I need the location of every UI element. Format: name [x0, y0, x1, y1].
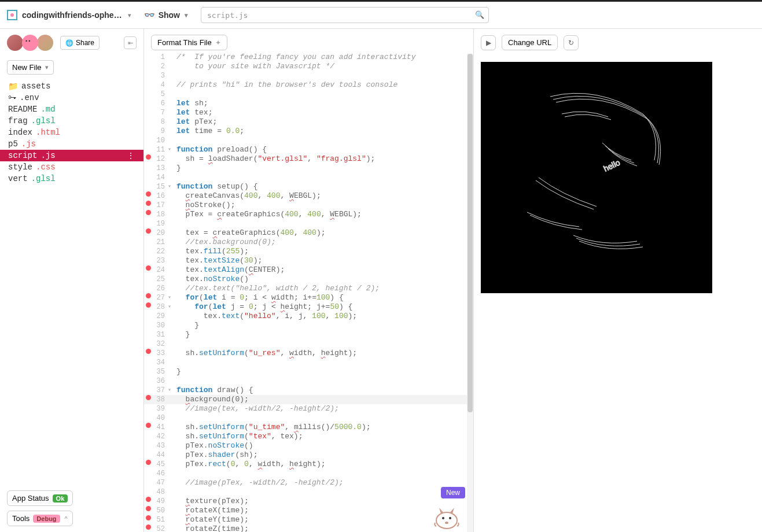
file-row[interactable]: 🗝.env — [0, 92, 143, 104]
share-button[interactable]: Share — [60, 36, 100, 50]
code-line[interactable]: 27▾ for(let i = 0; i < width; i+=100) { — [144, 293, 473, 302]
code-text[interactable]: let sh; — [173, 99, 208, 108]
code-editor[interactable]: 1/* If you're feeling fancy you can add … — [144, 54, 473, 532]
change-url-button[interactable]: Change URL — [502, 35, 558, 50]
file-row[interactable]: p5.js — [0, 138, 143, 150]
code-line[interactable]: 26 //tex.text("hello", width / 2, height… — [144, 284, 473, 293]
code-line[interactable]: 41 sh.setUniform("u_time", millis()/5000… — [144, 423, 473, 432]
code-text[interactable]: function draw() { — [173, 386, 253, 395]
code-line[interactable]: 24 tex.textAlign(CENTER); — [144, 265, 473, 275]
code-text[interactable]: //image(tex, -width/2, -height/2); — [173, 404, 339, 413]
code-line[interactable]: 4// prints "hi" in the browser's dev too… — [144, 80, 473, 90]
code-text[interactable]: let tex; — [173, 108, 212, 117]
code-line[interactable]: 44 pTex.shader(sh); — [144, 450, 473, 460]
code-text[interactable]: for(let j = 0; j < height; j+=50) { — [173, 302, 352, 312]
code-line[interactable]: 10 — [144, 136, 473, 145]
search-input[interactable] — [201, 7, 489, 23]
code-line[interactable]: 18 pTex = createGraphics(400, 400, WEBGL… — [144, 210, 473, 219]
file-row[interactable]: script.js⋮ — [0, 150, 143, 161]
code-line[interactable]: 15▾function setup() { — [144, 182, 473, 191]
fold-icon[interactable]: ▾ — [166, 182, 173, 191]
code-line[interactable]: 14 — [144, 173, 473, 182]
code-text[interactable]: } — [173, 330, 190, 339]
code-line[interactable]: 17 noStroke(); — [144, 201, 473, 210]
code-line[interactable]: 29 tex.text("hello", i, j, 100, 100); — [144, 312, 473, 321]
code-text[interactable]: pTex.rect(0, 0, width, height); — [173, 460, 326, 469]
code-text[interactable]: tex.textSize(30); — [173, 256, 262, 265]
code-line[interactable]: 38 background(0); — [144, 395, 473, 404]
tools-button[interactable]: ToolsDebug^ — [7, 511, 73, 526]
code-text[interactable]: rotateZ(time); — [173, 524, 249, 532]
gutter-marker[interactable] — [144, 524, 152, 530]
file-row[interactable]: style.css — [0, 161, 143, 173]
code-text[interactable]: function setup() { — [173, 182, 257, 191]
gutter-marker[interactable] — [144, 506, 152, 511]
gutter-marker[interactable] — [144, 395, 152, 400]
code-text[interactable]: tex = createGraphics(400, 400); — [173, 228, 326, 238]
code-text[interactable]: tex.text("hello", i, j, 100, 100); — [173, 312, 357, 321]
gutter-marker[interactable] — [144, 349, 152, 354]
code-line[interactable]: 51 rotateY(time); — [144, 515, 473, 524]
gutter-marker[interactable] — [144, 154, 152, 160]
code-line[interactable]: 16 createCanvas(400, 400, WEBGL); — [144, 191, 473, 201]
fold-icon[interactable]: ▾ — [166, 302, 173, 312]
file-menu-icon[interactable]: ⋮ — [127, 151, 135, 161]
code-line[interactable]: 5 — [144, 90, 473, 99]
gutter-marker[interactable] — [144, 423, 152, 428]
scrollbar[interactable] — [467, 54, 473, 532]
code-line[interactable]: 47 //image(pTex, -width/2, -height/2); — [144, 478, 473, 487]
code-line[interactable]: 23 tex.textSize(30); — [144, 256, 473, 265]
gutter-marker[interactable] — [144, 210, 152, 215]
collapse-sidebar-button[interactable]: ⇤ — [124, 36, 137, 49]
gutter-marker[interactable] — [144, 302, 152, 308]
code-text[interactable]: /* If you're feeling fancy you can add i… — [173, 54, 420, 62]
code-text[interactable]: //image(pTex, -width/2, -height/2); — [173, 478, 344, 487]
code-text[interactable]: noStroke(); — [173, 201, 235, 210]
code-line[interactable]: 13} — [144, 164, 473, 173]
code-text[interactable]: } — [173, 367, 181, 376]
code-line[interactable]: 33 sh.setUniform("u_res", width, height)… — [144, 349, 473, 358]
code-text[interactable]: // prints "hi" in the browser's dev tool… — [173, 80, 397, 90]
code-text[interactable]: pTex = createGraphics(400, 400, WEBGL); — [173, 210, 362, 219]
code-line[interactable]: 34 — [144, 358, 473, 367]
gutter-marker[interactable] — [144, 228, 152, 234]
code-line[interactable]: 36 — [144, 376, 473, 386]
code-line[interactable]: 46 — [144, 469, 473, 478]
code-text[interactable]: background(0); — [173, 395, 249, 404]
new-file-button[interactable]: New File▾ — [7, 60, 54, 75]
code-line[interactable]: 25 tex.noStroke() — [144, 275, 473, 284]
code-text[interactable]: pTex.noStroke() — [173, 441, 253, 450]
play-button[interactable]: ▶ — [481, 35, 496, 50]
code-line[interactable]: 48 — [144, 487, 473, 497]
code-line[interactable]: 43 pTex.noStroke() — [144, 441, 473, 450]
code-text[interactable]: sh.setUniform("u_time", millis()/5000.0)… — [173, 423, 371, 432]
code-text[interactable]: texture(pTex); — [173, 497, 249, 506]
project-name[interactable]: codingwithfriends-ophe… — [22, 10, 122, 20]
file-row[interactable]: frag.glsl — [0, 115, 143, 127]
code-line[interactable]: 52 rotateZ(time); — [144, 524, 473, 532]
code-line[interactable]: 42 sh.setUniform("tex", tex); — [144, 432, 473, 441]
code-text[interactable]: } — [173, 164, 181, 173]
code-line[interactable]: 3 — [144, 71, 473, 80]
code-text[interactable]: createCanvas(400, 400, WEBGL); — [173, 191, 321, 201]
code-line[interactable]: 50 rotateX(time); — [144, 506, 473, 515]
code-line[interactable]: 32 — [144, 339, 473, 349]
code-text[interactable]: rotateX(time); — [173, 506, 249, 515]
code-line[interactable]: 11▾function preload() { — [144, 145, 473, 154]
code-text[interactable]: //tex.background(0); — [173, 238, 276, 247]
code-line[interactable]: 40 — [144, 413, 473, 423]
code-line[interactable]: 28▾ for(let j = 0; j < height; j+=50) { — [144, 302, 473, 312]
fold-icon[interactable]: ▾ — [166, 293, 173, 302]
code-text[interactable]: sh.setUniform("tex", tex); — [173, 432, 303, 441]
code-line[interactable]: 12 sh = loadShader("vert.glsl", "frag.gl… — [144, 154, 473, 164]
avatar[interactable] — [37, 35, 53, 51]
code-text[interactable]: let time = 0.0; — [173, 127, 244, 136]
gutter-marker[interactable] — [144, 497, 152, 502]
file-row[interactable]: README.md — [0, 104, 143, 115]
code-line[interactable]: 37▾function draw() { — [144, 386, 473, 395]
glitch-mascot-icon[interactable] — [430, 497, 463, 532]
code-line[interactable]: 9let time = 0.0; — [144, 127, 473, 136]
code-line[interactable]: 49 texture(pTex); — [144, 497, 473, 506]
code-text[interactable]: for(let i = 0; i < width; i+=100) { — [173, 293, 344, 302]
gutter-marker[interactable] — [144, 515, 152, 520]
